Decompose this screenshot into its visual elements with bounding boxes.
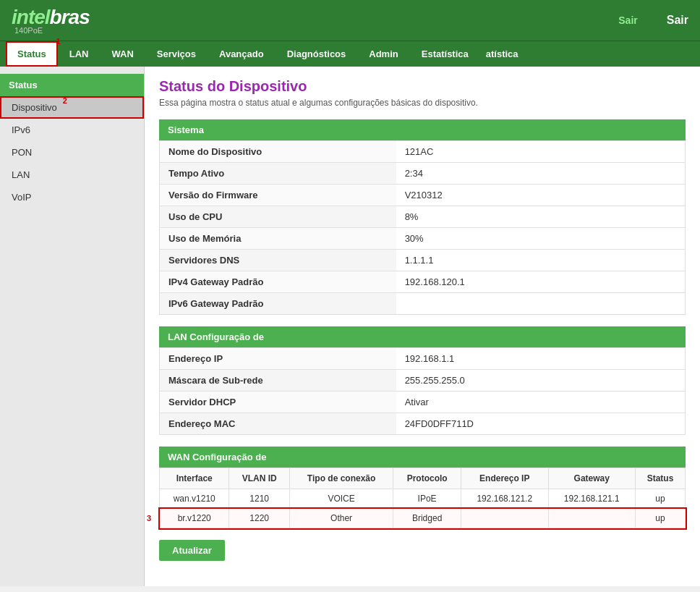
lan-header: LAN Configuração de	[159, 326, 686, 347]
sair-label-right: Sair	[667, 14, 688, 27]
wan-gateway-1: 192.168.121.1	[548, 489, 635, 509]
sidebar-item-ipv6[interactable]: IPv6	[0, 119, 144, 141]
label-dns: Servidores DNS	[160, 250, 396, 271]
label-ipv4-gateway: IPv4 Gateway Padrão	[160, 271, 396, 293]
wan-row-2: 3 br.v1220 1220 Other Bridged up	[160, 509, 686, 528]
sidebar-section-title: Status	[0, 74, 144, 96]
wan-protocolo-2: Bridged	[393, 509, 461, 528]
wan-ip-2	[461, 509, 548, 528]
label-nome-dispositivo: Nome do Dispositivo	[160, 141, 396, 163]
col-endereco-ip: Endereço IP	[461, 468, 548, 489]
table-row: IPv4 Gateway Padrão 192.168.120.1	[160, 271, 686, 293]
sidebar-item-lan[interactable]: LAN	[0, 164, 144, 186]
table-row: Versão do Firmware V210312	[160, 185, 686, 206]
col-tipo-conexao: Tipo de conexão	[289, 468, 393, 489]
wan-tipo-2: Other	[289, 509, 393, 528]
sidebar: Status Dispositivo IPv6 PON LAN VoIP	[0, 67, 145, 586]
value-endereco-ip: 192.168.1.1	[396, 348, 686, 370]
label-endereco-ip: Endereço IP	[160, 348, 396, 370]
wan-gateway-2	[548, 509, 635, 528]
value-mascara: 255.255.255.0	[396, 370, 686, 392]
wan-status-1: up	[635, 489, 685, 509]
label-cpu: Uso de CPU	[160, 206, 396, 228]
wan-table-header-row: Interface VLAN ID Tipo de conexão Protoc…	[160, 468, 686, 489]
table-row: Uso de Memória 30%	[160, 228, 686, 250]
atualizar-button[interactable]: Atualizar	[159, 540, 225, 561]
wan-header: WAN Configuração de	[159, 447, 686, 468]
sidebar-label-dispositivo: Dispositivo	[12, 102, 57, 113]
value-dhcp: Ativar	[396, 392, 686, 413]
table-row: IPv6 Gateway Padrão	[160, 293, 686, 315]
nav-item-lan[interactable]: LAN	[58, 41, 101, 67]
col-status: Status	[635, 468, 685, 489]
value-ipv6-gateway	[396, 293, 686, 315]
sair-link-top[interactable]: Sair	[618, 14, 637, 26]
label-firmware: Versão do Firmware	[160, 185, 396, 206]
table-row: Servidores DNS 1.1.1.1	[160, 250, 686, 271]
lan-table: Endereço IP 192.168.1.1 Máscara de Sub-r…	[159, 347, 686, 435]
table-row: Nome do Dispositivo 121AC	[160, 141, 686, 163]
value-memoria: 30%	[396, 228, 686, 250]
col-vlan-id: VLAN ID	[229, 468, 290, 489]
value-tempo-ativo: 2:34	[396, 163, 686, 185]
col-interface: Interface	[160, 468, 229, 489]
table-row: Endereço MAC 24FD0DFF711D	[160, 413, 686, 435]
nav-item-diagnosticos[interactable]: Diagnósticos	[276, 41, 358, 67]
label-dhcp: Servidor DHCP	[160, 392, 396, 413]
table-row: Servidor DHCP Ativar	[160, 392, 686, 413]
wan-interface-1: wan.v1210	[160, 489, 229, 509]
wan-protocolo-1: IPoE	[393, 489, 461, 509]
nav-item-status[interactable]: Status	[6, 41, 58, 67]
nav-item-wan[interactable]: WAN	[100, 41, 145, 67]
navigation: Status LAN WAN Serviços Avançado Diagnós…	[0, 41, 700, 67]
sidebar-item-pon[interactable]: PON	[0, 141, 144, 164]
col-protocolo: Protocolo	[393, 468, 461, 489]
label-mac: Endereço MAC	[160, 413, 396, 435]
label-tempo-ativo: Tempo Ativo	[160, 163, 396, 185]
estatistica-partial: atística	[480, 41, 524, 67]
sistema-table: Nome do Dispositivo 121AC Tempo Ativo 2:…	[159, 140, 686, 315]
value-ipv4-gateway: 192.168.120.1	[396, 271, 686, 293]
main-layout: Status Dispositivo IPv6 PON LAN VoIP Sta…	[0, 67, 700, 586]
value-cpu: 8%	[396, 206, 686, 228]
table-row: Endereço IP 192.168.1.1	[160, 348, 686, 370]
wan-section: WAN Configuração de Interface VLAN ID Ti…	[159, 447, 686, 528]
wan-vlan-1: 1210	[229, 489, 290, 509]
table-row: Máscara de Sub-rede 255.255.255.0	[160, 370, 686, 392]
nav-item-servicos[interactable]: Serviços	[145, 41, 208, 67]
wan-row-1: wan.v1210 1210 VOICE IPoE 192.168.121.2 …	[160, 489, 686, 509]
sidebar-item-voip[interactable]: VoIP	[0, 186, 144, 208]
model-label: 140PoE	[12, 26, 90, 35]
logo-area: intelbras 140PoE	[12, 6, 90, 35]
value-dns: 1.1.1.1	[396, 250, 686, 271]
table-row: Tempo Ativo 2:34	[160, 163, 686, 185]
sistema-header: Sistema	[159, 119, 686, 140]
nav-item-estatistica[interactable]: Estatística	[410, 41, 480, 67]
value-mac: 24FD0DFF711D	[396, 413, 686, 435]
wan-status-2: up	[635, 509, 685, 528]
sidebar-item-dispositivo[interactable]: Dispositivo	[0, 96, 144, 119]
wan-interface-2: 3 br.v1220	[160, 509, 229, 528]
content-area: Status do Dispositivo Essa página mostra…	[145, 67, 700, 586]
wan-tipo-1: VOICE	[289, 489, 393, 509]
sistema-section: Sistema Nome do Dispositivo 121AC Tempo …	[159, 119, 686, 315]
table-row: Uso de CPU 8%	[160, 206, 686, 228]
col-gateway: Gateway	[548, 468, 635, 489]
value-firmware: V210312	[396, 185, 686, 206]
wan-table: Interface VLAN ID Tipo de conexão Protoc…	[159, 468, 686, 528]
header: intelbras 140PoE Sair Sair	[0, 0, 700, 41]
page-description: Essa página mostra o status atual e algu…	[159, 98, 686, 108]
nav-item-avancado[interactable]: Avançado	[208, 41, 276, 67]
page-title: Status do Dispositivo	[159, 78, 686, 95]
wan-ip-1: 192.168.121.2	[461, 489, 548, 509]
nav-item-admin[interactable]: Admin	[357, 41, 409, 67]
label-ipv6-gateway: IPv6 Gateway Padrão	[160, 293, 396, 315]
label-memoria: Uso de Memória	[160, 228, 396, 250]
value-nome-dispositivo: 121AC	[396, 141, 686, 163]
lan-section: LAN Configuração de Endereço IP 192.168.…	[159, 326, 686, 435]
label-mascara: Máscara de Sub-rede	[160, 370, 396, 392]
wan-vlan-2: 1220	[229, 509, 290, 528]
